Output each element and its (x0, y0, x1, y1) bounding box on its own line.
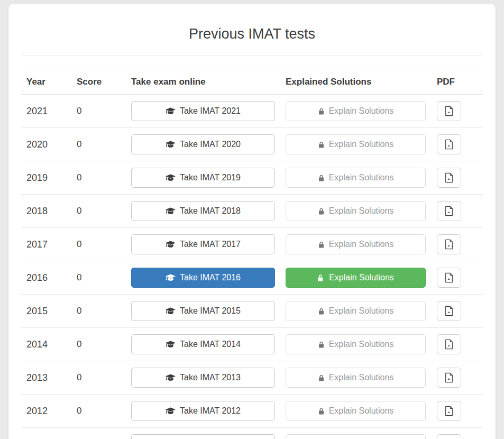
take-cell: Take IMAT 2017 (126, 228, 280, 261)
take-cell: Take IMAT 2019 (126, 161, 280, 195)
explain-solutions-label: Explain Solutions (329, 140, 394, 149)
spacer (21, 56, 483, 69)
graduation-cap-icon (166, 207, 176, 215)
pdf-button[interactable] (437, 101, 461, 121)
explain-solutions-button[interactable]: Explain Solutions (286, 134, 426, 154)
year-cell: 2021 (21, 95, 71, 128)
year-cell: 2016 (21, 261, 71, 295)
pdf-button[interactable] (437, 334, 461, 354)
pdf-cell (435, 395, 483, 428)
explain-cell: Explain Solutions (280, 228, 435, 261)
graduation-cap-icon (166, 241, 176, 249)
table-row: 2017 0 Take IMAT 2017 (21, 228, 483, 261)
page: Previous IMAT tests Year Score Take exam… (0, 0, 504, 439)
pdf-cell (435, 328, 483, 361)
explain-solutions-button[interactable]: Explain Solutions (286, 268, 426, 288)
score-cell (71, 428, 126, 439)
lock-icon (318, 307, 325, 315)
take-exam-button[interactable]: Take IMAT 2012 (131, 401, 275, 421)
table-row: 2012 0 Take IMAT 2012 (21, 395, 483, 428)
take-exam-button[interactable]: Take IMAT 2014 (131, 334, 275, 354)
pdf-cell (435, 195, 483, 228)
explain-solutions-label: Explain Solutions (329, 206, 394, 216)
pdf-cell (435, 361, 483, 395)
tests-table: Year Score Take exam online Explained So… (21, 69, 483, 439)
explain-solutions-button[interactable]: Explain Solutions (286, 168, 426, 188)
explain-cell: Explain Solutions (280, 161, 435, 195)
explain-solutions-button[interactable] (286, 434, 426, 439)
pdf-button[interactable] (437, 134, 461, 154)
take-cell: Take IMAT 2014 (126, 328, 280, 361)
explain-solutions-button[interactable]: Explain Solutions (286, 368, 426, 388)
score-cell: 0 (71, 328, 126, 361)
column-header-year: Year (21, 69, 71, 95)
take-exam-button[interactable]: Take IMAT 2016 (131, 268, 275, 288)
lock-icon (318, 341, 325, 349)
pdf-button[interactable] (437, 168, 461, 188)
lock-icon (318, 407, 325, 415)
graduation-cap-icon (166, 274, 176, 282)
pdf-button[interactable] (437, 434, 461, 439)
take-exam-button[interactable]: Take IMAT 2021 (131, 101, 275, 121)
explain-solutions-button[interactable]: Explain Solutions (286, 301, 426, 321)
pdf-cell (435, 428, 483, 439)
explain-solutions-button[interactable]: Explain Solutions (286, 234, 426, 254)
page-title: Previous IMAT tests (21, 4, 483, 42)
pdf-cell (435, 295, 483, 328)
explain-solutions-label: Explain Solutions (329, 240, 394, 249)
explain-solutions-button[interactable]: Explain Solutions (286, 201, 426, 221)
year-cell: 2012 (21, 395, 71, 428)
table-row: 2014 0 Take IMAT 2014 (21, 328, 483, 361)
take-exam-label: Take IMAT 2017 (180, 240, 241, 249)
score-cell: 0 (71, 361, 126, 395)
pdf-button[interactable] (437, 401, 461, 421)
year-cell: 2017 (21, 228, 71, 261)
take-exam-label: Take IMAT 2018 (180, 206, 241, 216)
take-cell (126, 428, 280, 439)
pdf-button[interactable] (437, 301, 461, 321)
take-exam-button[interactable]: Take IMAT 2017 (131, 234, 275, 254)
take-exam-button[interactable] (131, 434, 275, 439)
content-card: Previous IMAT tests Year Score Take exam… (8, 4, 496, 439)
file-pdf-icon (445, 139, 453, 150)
table-body: 2021 0 Take IMAT 2021 (21, 95, 483, 439)
graduation-cap-icon (166, 374, 176, 382)
explain-solutions-label: Explain Solutions (329, 406, 394, 416)
pdf-button[interactable] (437, 268, 461, 288)
file-pdf-icon (445, 239, 453, 250)
table-row: 2013 0 Take IMAT 2013 (21, 361, 483, 395)
lock-icon (318, 107, 325, 115)
take-cell: Take IMAT 2012 (126, 395, 280, 428)
explain-solutions-button[interactable]: Explain Solutions (286, 101, 426, 121)
lock-icon (318, 141, 325, 149)
explain-cell (280, 428, 435, 439)
explain-solutions-label: Explain Solutions (329, 306, 394, 316)
take-exam-button[interactable]: Take IMAT 2019 (131, 168, 275, 188)
explain-cell: Explain Solutions (280, 128, 435, 161)
take-exam-button[interactable]: Take IMAT 2013 (131, 368, 275, 388)
take-cell: Take IMAT 2021 (126, 95, 280, 128)
take-exam-button[interactable]: Take IMAT 2015 (131, 301, 275, 321)
explain-solutions-button[interactable]: Explain Solutions (286, 401, 426, 421)
take-exam-button[interactable]: Take IMAT 2018 (131, 201, 275, 221)
explain-cell: Explain Solutions (280, 395, 435, 428)
unlock-icon (317, 274, 325, 282)
file-pdf-icon (445, 106, 453, 116)
year-cell: 2018 (21, 195, 71, 228)
pdf-button[interactable] (437, 201, 461, 221)
take-cell: Take IMAT 2020 (126, 128, 280, 161)
file-pdf-icon (445, 172, 453, 183)
explain-solutions-button[interactable]: Explain Solutions (286, 334, 426, 354)
explain-solutions-label: Explain Solutions (329, 173, 394, 182)
file-pdf-icon (445, 339, 453, 350)
pdf-cell (435, 161, 483, 195)
pdf-cell (435, 128, 483, 161)
explain-solutions-label: Explain Solutions (329, 273, 394, 282)
file-pdf-icon (445, 206, 453, 216)
explain-cell: Explain Solutions (280, 261, 435, 295)
explain-solutions-label: Explain Solutions (329, 373, 394, 382)
take-exam-button[interactable]: Take IMAT 2020 (131, 134, 275, 154)
explain-cell: Explain Solutions (280, 328, 435, 361)
pdf-button[interactable] (437, 368, 461, 388)
pdf-button[interactable] (437, 234, 461, 254)
